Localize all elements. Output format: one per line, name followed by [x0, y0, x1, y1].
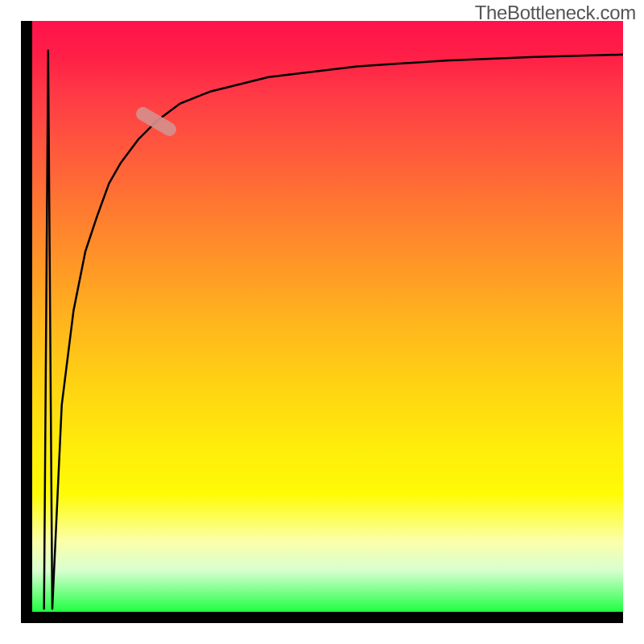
watermark-text: TheBottleneck.com	[475, 2, 636, 24]
chart-plot-area	[32, 21, 623, 612]
chart-curve	[32, 21, 623, 612]
chart-frame	[21, 21, 623, 623]
